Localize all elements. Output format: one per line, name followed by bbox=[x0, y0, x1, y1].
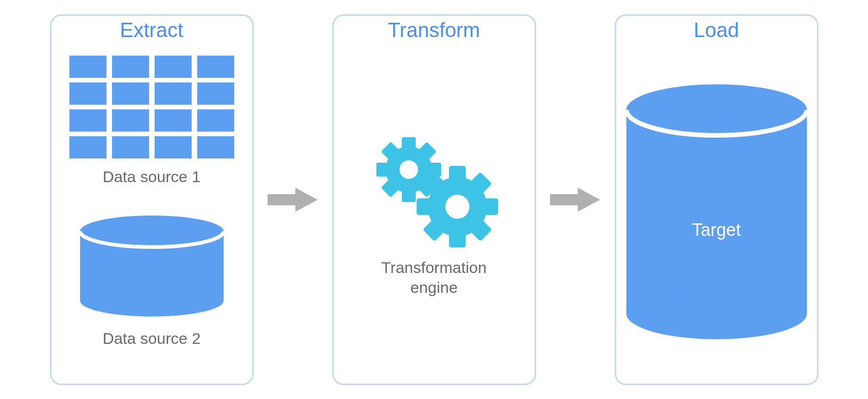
table-cell bbox=[69, 109, 106, 132]
database-cylinder-icon bbox=[624, 82, 809, 342]
load-stage: Load Target bbox=[615, 14, 818, 385]
data-source-2-label: Data source 2 bbox=[78, 329, 226, 348]
arrow-right-icon bbox=[268, 186, 318, 214]
extract-content: Data source 1 Data source 2 bbox=[51, 42, 252, 384]
svg-marker-3 bbox=[268, 188, 318, 212]
etl-diagram: Extract Data source 1 bbox=[0, 0, 868, 399]
transform-title: Transform bbox=[388, 19, 480, 42]
load-content: Target bbox=[616, 42, 817, 384]
extract-title: Extract bbox=[120, 19, 183, 42]
table-cell bbox=[197, 109, 234, 132]
svg-point-19 bbox=[626, 288, 807, 339]
table-cell bbox=[155, 136, 192, 158]
table-cell bbox=[69, 136, 106, 158]
table-cell bbox=[155, 56, 192, 78]
transform-stage: Transform bbox=[332, 14, 536, 385]
table-cell bbox=[69, 82, 106, 105]
database-cylinder-icon bbox=[78, 214, 226, 320]
gears-icon bbox=[365, 128, 504, 248]
svg-point-15 bbox=[445, 195, 469, 219]
data-source-1-label: Data source 1 bbox=[103, 168, 201, 186]
target-label: Target bbox=[624, 220, 809, 240]
arrow-right-icon bbox=[550, 186, 601, 214]
table-cell bbox=[155, 82, 192, 105]
svg-point-2 bbox=[80, 285, 224, 317]
svg-point-9 bbox=[400, 160, 418, 179]
extract-stage: Extract Data source 1 bbox=[50, 14, 254, 385]
load-title: Load bbox=[694, 19, 739, 42]
data-source-2: Data source 2 bbox=[78, 214, 226, 348]
table-cell bbox=[112, 82, 149, 105]
transformation-engine-label-line2: engine bbox=[410, 279, 457, 296]
transform-content: Transformation engine bbox=[334, 42, 535, 384]
svg-rect-18 bbox=[626, 110, 807, 314]
arrow-extract-to-transform bbox=[268, 186, 318, 214]
transformation-engine-label: Transformation engine bbox=[381, 258, 487, 297]
table-cell bbox=[112, 109, 149, 132]
table-cell bbox=[69, 56, 106, 78]
target-cylinder: Target bbox=[624, 82, 809, 343]
svg-marker-16 bbox=[550, 188, 600, 212]
arrow-transform-to-load bbox=[550, 186, 601, 214]
table-cell bbox=[197, 136, 234, 158]
table-cell bbox=[155, 109, 192, 132]
table-cell bbox=[197, 56, 234, 78]
transformation-engine-label-line1: Transformation bbox=[381, 259, 487, 276]
table-cell bbox=[197, 82, 234, 105]
table-cell bbox=[112, 56, 149, 78]
table-grid-icon bbox=[69, 56, 234, 158]
table-cell bbox=[112, 136, 149, 158]
